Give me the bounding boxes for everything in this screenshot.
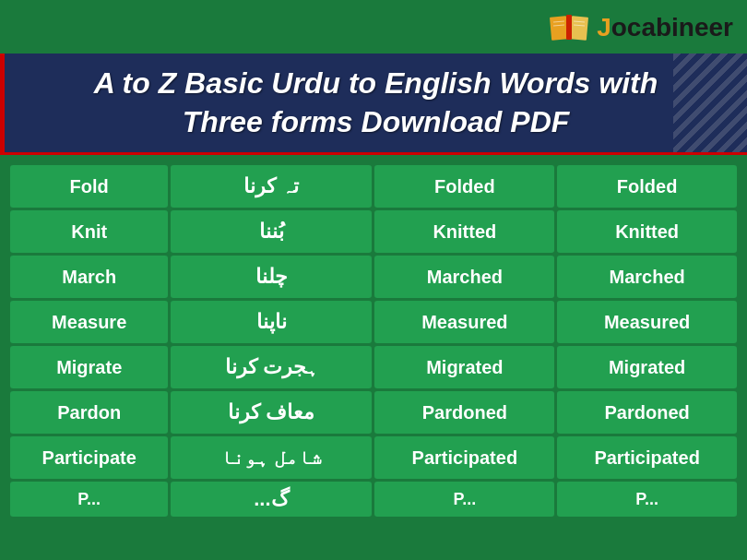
book-icon <box>546 9 592 46</box>
cell-urdu: معاف کرنا <box>171 391 372 434</box>
table-row: P...گ...P...P... <box>10 482 737 517</box>
table-row: Migrateہجرت کرناMigratedMigrated <box>10 346 737 388</box>
cell-form2: Participated <box>374 436 554 479</box>
table-container: Foldتہ کرناFoldedFoldedKnitبُنناKnittedK… <box>0 155 747 527</box>
svg-rect-1 <box>570 16 588 40</box>
cell-form3: Migrated <box>557 346 737 388</box>
cell-form2: Knitted <box>374 210 554 253</box>
cell-english: Migrate <box>10 346 168 388</box>
cell-form3: Folded <box>557 165 737 208</box>
logo-j: J <box>597 13 611 42</box>
cell-form3: Pardoned <box>557 391 737 434</box>
cell-form2: Migrated <box>374 346 554 388</box>
cell-english: Participate <box>10 436 168 479</box>
table-row: Pardonمعاف کرناPardonedPardoned <box>10 391 737 434</box>
cell-english: Measure <box>10 301 168 343</box>
cell-english: March <box>10 256 168 298</box>
header: Jocabineer <box>0 0 747 54</box>
cell-english: Fold <box>10 165 168 208</box>
cell-urdu: چلنا <box>171 256 372 298</box>
cell-english: P... <box>10 482 168 517</box>
cell-urdu: ہجرت کرنا <box>171 346 372 388</box>
cell-form2: Marched <box>374 256 554 298</box>
cell-english: Pardon <box>10 391 168 434</box>
vocab-table: Foldتہ کرناFoldedFoldedKnitبُنناKnittedK… <box>7 162 740 519</box>
cell-urdu: شامل ہونا <box>171 436 372 479</box>
cell-urdu: گ... <box>171 482 372 517</box>
cell-form2: Pardoned <box>374 391 554 434</box>
cell-english: Knit <box>10 210 168 253</box>
table-row: Participateشامل ہوناParticipatedParticip… <box>10 436 737 479</box>
cell-urdu: ناپنا <box>171 301 372 343</box>
svg-rect-0 <box>550 16 568 40</box>
cell-form2: Folded <box>374 165 554 208</box>
cell-form3: Participated <box>557 436 737 479</box>
table-row: KnitبُنناKnittedKnitted <box>10 210 737 253</box>
table-row: MeasureناپناMeasuredMeasured <box>10 301 737 343</box>
logo-container: Jocabineer <box>546 9 733 46</box>
table-row: Foldتہ کرناFoldedFolded <box>10 165 737 208</box>
cell-form2: P... <box>374 482 554 517</box>
cell-form3: Knitted <box>557 210 737 253</box>
svg-rect-2 <box>566 15 572 40</box>
cell-urdu: تہ کرنا <box>171 165 372 208</box>
cell-form2: Measured <box>374 301 554 343</box>
title-banner: A to Z Basic Urdu to English Words with … <box>0 54 747 155</box>
cell-form3: Marched <box>557 256 737 298</box>
logo-text: Jocabineer <box>597 13 733 42</box>
cell-urdu: بُننا <box>171 210 372 253</box>
table-row: MarchچلناMarchedMarched <box>10 256 737 298</box>
logo-rest: ocabineer <box>611 13 733 42</box>
page-title: A to Z Basic Urdu to English Words with … <box>23 65 729 141</box>
cell-form3: P... <box>557 482 737 517</box>
cell-form3: Measured <box>557 301 737 343</box>
